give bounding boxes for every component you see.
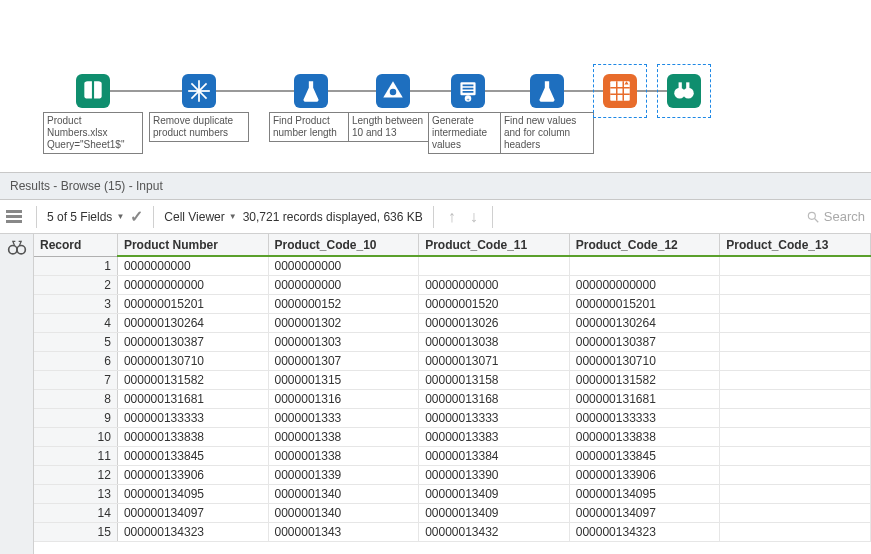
table-row[interactable]: 9000000133333000000133300000013333000000… <box>34 409 871 428</box>
table-row[interactable]: 5000000130387000000130300000013038000000… <box>34 333 871 352</box>
table-row[interactable]: 1500000013432300000013430000001343200000… <box>34 523 871 542</box>
table-row[interactable]: 1000000013383800000013380000001338300000… <box>34 428 871 447</box>
cell: 000000133906 <box>569 466 720 485</box>
cell: 0000001340 <box>268 504 419 523</box>
cell <box>720 352 871 371</box>
record-number: 6 <box>34 352 117 371</box>
cell <box>720 447 871 466</box>
table-row[interactable]: 1400000013409700000013400000001340900000… <box>34 504 871 523</box>
table-gutter <box>0 234 34 554</box>
table-row[interactable]: 1300000013409500000013400000001340900000… <box>34 485 871 504</box>
svg-line-21 <box>815 218 819 222</box>
cell <box>720 390 871 409</box>
cell: 00000013432 <box>419 523 570 542</box>
record-number: 12 <box>34 466 117 485</box>
table-row[interactable]: 6000000130710000000130700000013071000000… <box>34 352 871 371</box>
svg-point-20 <box>808 212 815 219</box>
binoculars-icon[interactable] <box>7 238 27 261</box>
table-scroll[interactable]: RecordProduct NumberProduct_Code_10Produ… <box>34 234 871 554</box>
node-filter[interactable]: Length between 10 and 13 <box>348 74 438 142</box>
record-number: 8 <box>34 390 117 409</box>
cell: 0000001343 <box>268 523 419 542</box>
cell: 0000001315 <box>268 371 419 390</box>
svg-rect-8 <box>463 91 474 93</box>
node-formula2[interactable]: Find new values and for column headers <box>500 74 594 154</box>
column-header[interactable]: Product Number <box>117 234 268 256</box>
table-row[interactable]: 3000000015201000000015200000001520000000… <box>34 295 871 314</box>
cell: 0000001338 <box>268 447 419 466</box>
cell: 000000133845 <box>569 447 720 466</box>
table-row[interactable]: 8000000131681000000131600000013168000000… <box>34 390 871 409</box>
cell: 000000133845 <box>117 447 268 466</box>
cell: 000000134095 <box>117 485 268 504</box>
record-number: 4 <box>34 314 117 333</box>
book-icon <box>76 74 110 108</box>
up-arrow-icon[interactable]: ↑ <box>444 208 460 226</box>
cell: 0000001303 <box>268 333 419 352</box>
node-caption: Length between 10 and 13 <box>348 112 438 142</box>
cell: 000000000000 <box>117 276 268 295</box>
cell: 000000130264 <box>569 314 720 333</box>
cell-viewer-dropdown[interactable]: Cell Viewer ▼ <box>164 210 236 224</box>
record-number: 7 <box>34 371 117 390</box>
cell: 0000000000 <box>117 256 268 276</box>
cell: 000000133906 <box>117 466 268 485</box>
fields-label: 5 of 5 Fields <box>47 210 112 224</box>
table-row[interactable]: 7000000131582000000131500000013158000000… <box>34 371 871 390</box>
separator <box>36 206 37 228</box>
layout-toggle-icon[interactable] <box>6 210 22 223</box>
record-number: 3 <box>34 295 117 314</box>
node-caption: Remove duplicate product numbers <box>149 112 249 142</box>
results-header: Results - Browse (15) - Input <box>0 172 871 200</box>
record-number: 5 <box>34 333 117 352</box>
svg-text:+: + <box>466 96 469 102</box>
cell <box>720 371 871 390</box>
column-header[interactable]: Product_Code_13 <box>720 234 871 256</box>
table-row[interactable]: 2000000000000000000000000000000000000000… <box>34 276 871 295</box>
table-row[interactable]: 1100000013384500000013380000001338400000… <box>34 447 871 466</box>
table-row[interactable]: 4000000130264000000130200000013026000000… <box>34 314 871 333</box>
down-arrow-icon[interactable]: ↓ <box>466 208 482 226</box>
column-header[interactable]: Product_Code_10 <box>268 234 419 256</box>
chevron-down-icon: ▼ <box>229 212 237 221</box>
filter-icon <box>376 74 410 108</box>
cell: 0000001333 <box>268 409 419 428</box>
svg-rect-7 <box>463 88 474 90</box>
node-unique[interactable]: Remove duplicate product numbers <box>149 74 249 142</box>
cell: 000000134097 <box>117 504 268 523</box>
node-formula[interactable]: Find Product number length <box>269 74 353 142</box>
cell: 00000013383 <box>419 428 570 447</box>
node-generate[interactable]: +Generate intermediate values <box>428 74 508 154</box>
search-input[interactable]: Search <box>800 209 865 224</box>
record-number: 10 <box>34 428 117 447</box>
cell <box>720 523 871 542</box>
cell: 0000000152 <box>268 295 419 314</box>
results-table-area: RecordProduct NumberProduct_Code_10Produ… <box>0 234 871 554</box>
cell <box>720 295 871 314</box>
node-input[interactable]: Product Numbers.xlsx Query="Sheet1$" <box>43 74 143 154</box>
table-row[interactable]: 1200000013390600000013390000001339000000… <box>34 466 871 485</box>
column-header[interactable]: Record <box>34 234 117 256</box>
results-toolbar: 5 of 5 Fields ▼ ✓ Cell Viewer ▼ 30,721 r… <box>0 200 871 234</box>
cell: 00000001520 <box>419 295 570 314</box>
cell: 00000013333 <box>419 409 570 428</box>
selection-box <box>593 64 647 118</box>
cell <box>720 314 871 333</box>
results-table: RecordProduct NumberProduct_Code_10Produ… <box>34 234 871 542</box>
fields-dropdown[interactable]: 5 of 5 Fields ▼ <box>47 210 124 224</box>
cell: 000000015201 <box>569 295 720 314</box>
svg-point-22 <box>8 246 16 254</box>
record-number: 15 <box>34 523 117 542</box>
cell: 000000134323 <box>117 523 268 542</box>
column-header[interactable]: Product_Code_12 <box>569 234 720 256</box>
cell: 00000013038 <box>419 333 570 352</box>
svg-point-4 <box>390 89 397 96</box>
column-header[interactable]: Product_Code_11 <box>419 234 570 256</box>
cell: 00000013071 <box>419 352 570 371</box>
table-row[interactable]: 100000000000000000000 <box>34 256 871 276</box>
checkmark-icon[interactable]: ✓ <box>130 207 143 226</box>
cell: 00000013384 <box>419 447 570 466</box>
workflow-canvas[interactable]: Product Numbers.xlsx Query="Sheet1$"Remo… <box>0 0 871 172</box>
selection-box <box>657 64 711 118</box>
flask-icon <box>530 74 564 108</box>
